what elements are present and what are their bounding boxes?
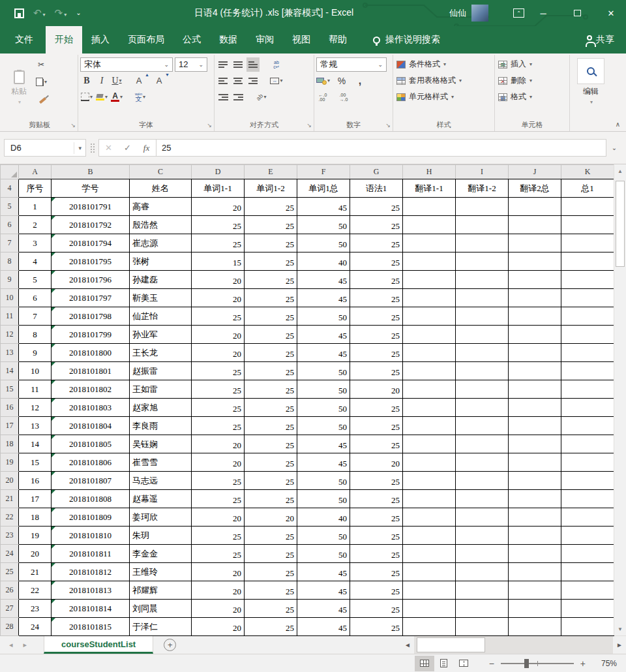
cell-K27[interactable]: [561, 600, 614, 618]
enter-icon[interactable]: ✓: [118, 143, 137, 153]
cell-G13[interactable]: 25: [350, 344, 403, 362]
cell-C16[interactable]: 赵家旭: [130, 399, 192, 417]
cell-B21[interactable]: 2018101808: [52, 490, 130, 508]
align-right-button[interactable]: [246, 74, 260, 88]
cell-K18[interactable]: [561, 435, 614, 453]
cell-I7[interactable]: [456, 234, 509, 252]
horizontal-scrollbar[interactable]: ◄ ►: [401, 636, 626, 654]
name-box[interactable]: D6▾: [4, 139, 86, 157]
cell-D4[interactable]: 单词1-1: [192, 179, 245, 198]
cell-C11[interactable]: 仙芷怡: [130, 307, 192, 326]
cell-F25[interactable]: 45: [297, 563, 350, 581]
ribbon-display-options-icon[interactable]: ⌃: [513, 8, 524, 18]
delete-cells-button[interactable]: ✕删除▾: [497, 72, 567, 89]
column-header-H[interactable]: H: [403, 165, 456, 179]
cell-G5[interactable]: 25: [350, 198, 403, 216]
cell-B14[interactable]: 2018101801: [52, 362, 130, 380]
row-header-13[interactable]: 13: [1, 344, 19, 362]
font-dialog-launcher-icon[interactable]: ↘: [207, 123, 212, 129]
cell-I22[interactable]: [456, 508, 509, 527]
cell-D20[interactable]: 25: [192, 472, 245, 490]
format-cells-button[interactable]: ▦格式▾: [497, 89, 567, 105]
cell-D26[interactable]: 20: [192, 581, 245, 600]
cell-E17[interactable]: 25: [245, 417, 297, 435]
insert-function-icon[interactable]: fx: [137, 143, 156, 153]
column-header-B[interactable]: B: [52, 165, 130, 179]
cell-G10[interactable]: 25: [350, 289, 403, 307]
column-header-C[interactable]: C: [130, 165, 192, 179]
number-format-combo[interactable]: 常规⌄: [316, 57, 387, 72]
row-header-16[interactable]: 16: [1, 399, 19, 417]
cell-E20[interactable]: 25: [245, 472, 297, 490]
cell-H22[interactable]: [403, 508, 456, 527]
cell-I24[interactable]: [456, 545, 509, 563]
row-header-18[interactable]: 18: [1, 435, 19, 453]
cell-D28[interactable]: 20: [192, 618, 245, 636]
cell-C7[interactable]: 崔志源: [130, 234, 192, 252]
cell-C18[interactable]: 吴钰娴: [130, 435, 192, 453]
cell-A27[interactable]: 23: [19, 600, 52, 618]
cell-D5[interactable]: 20: [192, 198, 245, 216]
cell-C23[interactable]: 朱玥: [130, 527, 192, 545]
cell-F15[interactable]: 50: [297, 380, 350, 399]
cell-I25[interactable]: [456, 563, 509, 581]
cell-A10[interactable]: 6: [19, 289, 52, 307]
cell-E22[interactable]: 20: [245, 508, 297, 527]
page-layout-view-button[interactable]: [434, 656, 454, 671]
cell-C17[interactable]: 李良雨: [130, 417, 192, 435]
cell-I16[interactable]: [456, 399, 509, 417]
cell-D9[interactable]: 20: [192, 271, 245, 289]
cell-F6[interactable]: 50: [297, 216, 350, 234]
row-header-8[interactable]: 8: [1, 252, 19, 271]
cell-K26[interactable]: [561, 581, 614, 600]
account-name[interactable]: 仙仙: [449, 7, 466, 19]
cell-H13[interactable]: [403, 344, 456, 362]
cell-E27[interactable]: 25: [245, 600, 297, 618]
cell-A8[interactable]: 4: [19, 252, 52, 271]
cell-E25[interactable]: 25: [245, 563, 297, 581]
cell-F8[interactable]: 40: [297, 252, 350, 271]
cell-K10[interactable]: [561, 289, 614, 307]
cell-F16[interactable]: 50: [297, 399, 350, 417]
accounting-format-button[interactable]: ▾: [316, 74, 330, 88]
cell-H5[interactable]: [403, 198, 456, 216]
cell-C12[interactable]: 孙业军: [130, 326, 192, 344]
cell-A13[interactable]: 9: [19, 344, 52, 362]
scroll-left-icon[interactable]: ◄: [401, 636, 414, 654]
cell-K11[interactable]: [561, 307, 614, 326]
cell-F7[interactable]: 50: [297, 234, 350, 252]
cell-J20[interactable]: [509, 472, 561, 490]
zoom-slider-thumb[interactable]: [524, 659, 529, 668]
cell-H18[interactable]: [403, 435, 456, 453]
cell-E7[interactable]: 25: [245, 234, 297, 252]
tab-help[interactable]: 帮助: [320, 26, 356, 53]
row-header-17[interactable]: 17: [1, 417, 19, 435]
cell-J4[interactable]: 翻译2总: [509, 179, 561, 198]
next-sheet-icon[interactable]: ▸: [23, 641, 27, 649]
zoom-level[interactable]: 75%: [596, 659, 617, 668]
cell-I19[interactable]: [456, 453, 509, 472]
horizontal-scroll-track[interactable]: [414, 636, 613, 654]
cell-F18[interactable]: 45: [297, 435, 350, 453]
cell-J11[interactable]: [509, 307, 561, 326]
formula-bar-splitter[interactable]: [90, 143, 95, 153]
align-left-button[interactable]: [216, 74, 230, 88]
share-button[interactable]: 共享: [587, 26, 614, 53]
cell-H9[interactable]: [403, 271, 456, 289]
row-header-24[interactable]: 24: [1, 545, 19, 563]
cell-J15[interactable]: [509, 380, 561, 399]
cell-K6[interactable]: [561, 216, 614, 234]
format-painter-button[interactable]: [35, 91, 48, 106]
cell-D7[interactable]: 25: [192, 234, 245, 252]
cell-A6[interactable]: 2: [19, 216, 52, 234]
cell-E23[interactable]: 25: [245, 527, 297, 545]
font-size-combo[interactable]: 12⌄: [175, 57, 207, 72]
cell-J27[interactable]: [509, 600, 561, 618]
user-avatar[interactable]: [471, 5, 488, 22]
row-header-11[interactable]: 11: [1, 307, 19, 326]
cell-K14[interactable]: [561, 362, 614, 380]
cell-E12[interactable]: 25: [245, 326, 297, 344]
row-header-27[interactable]: 27: [1, 600, 19, 618]
cell-K7[interactable]: [561, 234, 614, 252]
cell-C4[interactable]: 姓名: [130, 179, 192, 198]
